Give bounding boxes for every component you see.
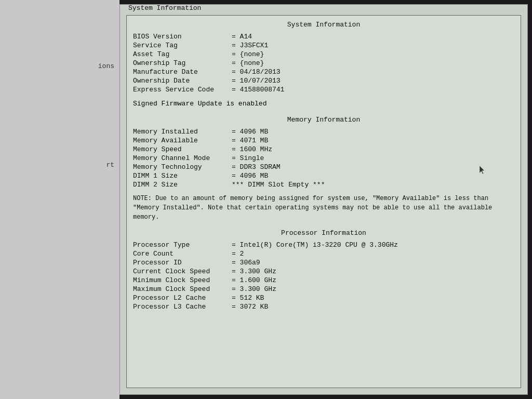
- memory-channel-label: Memory Channel Mode: [133, 154, 232, 162]
- service-tag-value: = J3SFCX1: [232, 42, 268, 49]
- core-count-row: Core Count = 2: [133, 250, 514, 258]
- memory-note: NOTE: Due to an amount of memory being a…: [133, 194, 514, 222]
- max-clock-row: Maximum Clock Speed = 3.300 GHz: [133, 285, 514, 293]
- ownership-tag-row: Ownership Tag = {none}: [133, 59, 514, 67]
- ownership-date-label: Ownership Date: [133, 77, 232, 85]
- memory-speed-label: Memory Speed: [133, 145, 232, 153]
- inner-box: System Information BIOS Version = A14 Se…: [126, 15, 521, 388]
- left-panel: ions rt: [0, 0, 119, 399]
- current-clock-label: Current Clock Speed: [133, 268, 232, 275]
- dimm1-row: DIMM 1 Size = 4096 MB: [133, 172, 514, 180]
- proc-id-label: Processor ID: [133, 259, 232, 267]
- proc-type-label: Processor Type: [133, 241, 232, 249]
- l2-cache-value: = 512 KB: [232, 294, 264, 302]
- memory-channel-value: = Single: [232, 154, 264, 162]
- system-info-title: System Information: [133, 21, 514, 29]
- firmware-note: Signed Firmware Update is enabled: [133, 100, 514, 108]
- ownership-date-row: Ownership Date = 10/07/2013: [133, 77, 514, 85]
- system-info-panel: System Information System Information BI…: [119, 4, 528, 395]
- memory-available-label: Memory Available: [133, 137, 232, 144]
- ownership-tag-value: = {none}: [232, 59, 264, 67]
- asset-tag-row: Asset Tag = {none}: [133, 50, 514, 58]
- core-count-label: Core Count: [133, 250, 232, 258]
- express-service-label: Express Service Code: [133, 86, 232, 94]
- express-service-value: = 41588008741: [232, 86, 284, 94]
- max-clock-value: = 3.300 GHz: [232, 285, 276, 293]
- min-clock-value: = 1.600 GHz: [232, 276, 276, 284]
- panel-content[interactable]: System Information BIOS Version = A14 Se…: [120, 7, 527, 394]
- memory-speed-value: = 1600 MHz: [232, 145, 272, 153]
- current-clock-value: = 3.300 GHz: [232, 268, 276, 275]
- l2-cache-row: Processor L2 Cache = 512 KB: [133, 294, 514, 302]
- memory-tech-label: Memory Technology: [133, 163, 232, 171]
- manufacture-date-row: Manufacture Date = 04/18/2013: [133, 68, 514, 76]
- asset-tag-label: Asset Tag: [133, 50, 232, 58]
- memory-available-value: = 4071 MB: [232, 137, 268, 144]
- proc-type-row: Processor Type = Intel(R) Core(TM) i3-32…: [133, 241, 514, 249]
- dimm2-value: *** DIMM Slot Empty ***: [232, 181, 325, 189]
- left-panel-label2: rt: [106, 161, 114, 169]
- memory-tech-value: = DDR3 SDRAM: [232, 163, 281, 171]
- ownership-tag-label: Ownership Tag: [133, 59, 232, 67]
- dimm1-label: DIMM 1 Size: [133, 172, 232, 180]
- bios-value: = A14: [232, 33, 252, 41]
- memory-speed-row: Memory Speed = 1600 MHz: [133, 145, 514, 153]
- proc-id-value: = 306a9: [232, 259, 260, 267]
- express-service-row: Express Service Code = 41588008741: [133, 86, 514, 94]
- dimm1-value: = 4096 MB: [232, 172, 268, 180]
- memory-channel-row: Memory Channel Mode = Single: [133, 154, 514, 162]
- memory-installed-label: Memory Installed: [133, 128, 232, 136]
- main-area: System Information System Information BI…: [119, 0, 532, 399]
- current-clock-row: Current Clock Speed = 3.300 GHz: [133, 268, 514, 275]
- service-tag-label: Service Tag: [133, 42, 232, 49]
- proc-id-row: Processor ID = 306a9: [133, 259, 514, 267]
- memory-available-row: Memory Available = 4071 MB: [133, 137, 514, 144]
- l3-cache-value: = 3072 KB: [232, 303, 268, 311]
- bios-label: BIOS Version: [133, 33, 232, 41]
- min-clock-row: Minimum Clock Speed = 1.600 GHz: [133, 276, 514, 284]
- panel-title: System Information: [125, 4, 204, 12]
- manufacture-date-label: Manufacture Date: [133, 68, 232, 76]
- bios-row: BIOS Version = A14: [133, 33, 514, 41]
- min-clock-label: Minimum Clock Speed: [133, 276, 232, 284]
- ownership-date-value: = 10/07/2013: [232, 77, 281, 85]
- dimm2-label: DIMM 2 Size: [133, 181, 232, 189]
- l3-cache-label: Processor L3 Cache: [133, 303, 232, 311]
- asset-tag-value: = {none}: [232, 50, 264, 58]
- proc-type-value: = Intel(R) Core(TM) i3-3220 CPU @ 3.30GH…: [232, 241, 398, 249]
- max-clock-label: Maximum Clock Speed: [133, 285, 232, 293]
- dimm2-row: DIMM 2 Size *** DIMM Slot Empty ***: [133, 181, 514, 189]
- l3-cache-row: Processor L3 Cache = 3072 KB: [133, 303, 514, 311]
- service-tag-row: Service Tag = J3SFCX1: [133, 42, 514, 49]
- memory-installed-value: = 4096 MB: [232, 128, 268, 136]
- memory-info-title: Memory Information: [133, 116, 514, 124]
- core-count-value: = 2: [232, 250, 244, 258]
- memory-tech-row: Memory Technology = DDR3 SDRAM: [133, 163, 514, 171]
- manufacture-date-value: = 04/18/2013: [232, 68, 281, 76]
- memory-installed-row: Memory Installed = 4096 MB: [133, 128, 514, 136]
- processor-info-title: Processor Information: [133, 229, 514, 237]
- left-panel-label1: ions: [98, 62, 114, 70]
- l2-cache-label: Processor L2 Cache: [133, 294, 232, 302]
